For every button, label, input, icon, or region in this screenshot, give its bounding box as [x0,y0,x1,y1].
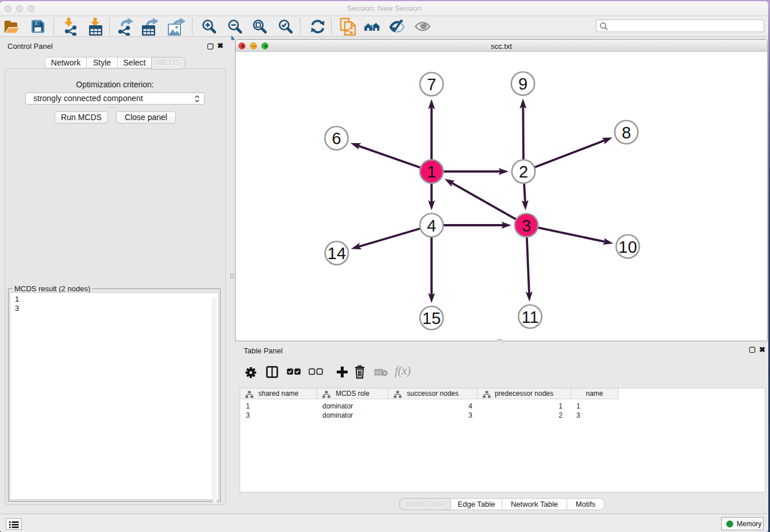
svg-text:2: 2 [519,163,528,181]
svg-text:14: 14 [328,244,346,263]
svg-text:4: 4 [427,217,436,235]
svg-text:6: 6 [332,129,341,148]
svg-text:10: 10 [618,238,637,256]
svg-text:3: 3 [522,217,531,235]
svg-text:1: 1 [427,163,436,181]
svg-text:15: 15 [422,309,441,327]
svg-text:11: 11 [521,308,538,326]
svg-text:8: 8 [622,124,631,142]
svg-text:7: 7 [427,75,436,94]
svg-text:9: 9 [518,75,528,93]
